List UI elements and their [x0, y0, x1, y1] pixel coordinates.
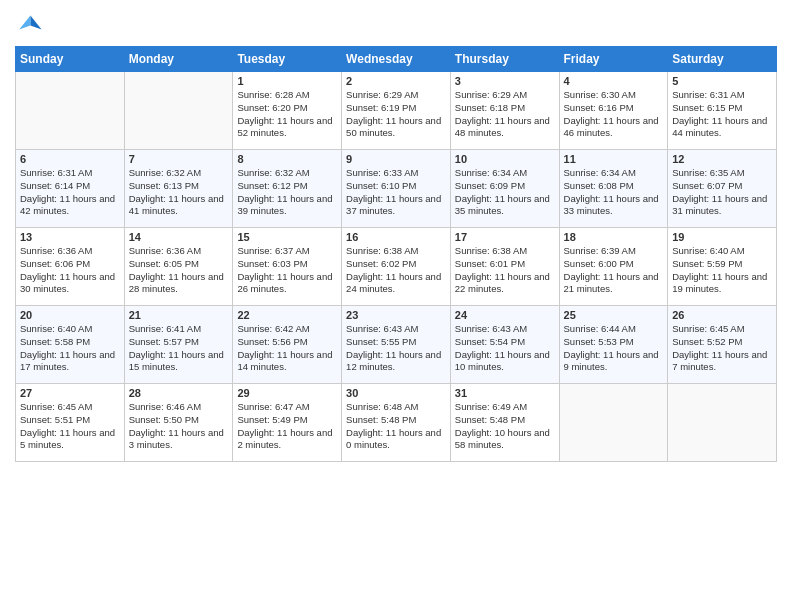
- day-number: 14: [129, 231, 229, 243]
- day-number: 10: [455, 153, 555, 165]
- day-cell: 23Sunrise: 6:43 AM Sunset: 5:55 PM Dayli…: [342, 306, 451, 384]
- day-number: 18: [564, 231, 664, 243]
- day-number: 28: [129, 387, 229, 399]
- day-cell: 4Sunrise: 6:30 AM Sunset: 6:16 PM Daylig…: [559, 72, 668, 150]
- day-info: Sunrise: 6:32 AM Sunset: 6:13 PM Dayligh…: [129, 167, 229, 218]
- day-cell: [124, 72, 233, 150]
- header-cell-friday: Friday: [559, 47, 668, 72]
- day-number: 4: [564, 75, 664, 87]
- day-cell: 26Sunrise: 6:45 AM Sunset: 5:52 PM Dayli…: [668, 306, 777, 384]
- day-number: 20: [20, 309, 120, 321]
- day-info: Sunrise: 6:33 AM Sunset: 6:10 PM Dayligh…: [346, 167, 446, 218]
- day-number: 21: [129, 309, 229, 321]
- day-number: 17: [455, 231, 555, 243]
- header-row: SundayMondayTuesdayWednesdayThursdayFrid…: [16, 47, 777, 72]
- day-number: 22: [237, 309, 337, 321]
- day-cell: 20Sunrise: 6:40 AM Sunset: 5:58 PM Dayli…: [16, 306, 125, 384]
- day-cell: 27Sunrise: 6:45 AM Sunset: 5:51 PM Dayli…: [16, 384, 125, 462]
- day-number: 24: [455, 309, 555, 321]
- day-info: Sunrise: 6:36 AM Sunset: 6:06 PM Dayligh…: [20, 245, 120, 296]
- day-number: 5: [672, 75, 772, 87]
- day-info: Sunrise: 6:42 AM Sunset: 5:56 PM Dayligh…: [237, 323, 337, 374]
- header-cell-wednesday: Wednesday: [342, 47, 451, 72]
- day-cell: 30Sunrise: 6:48 AM Sunset: 5:48 PM Dayli…: [342, 384, 451, 462]
- week-row-3: 13Sunrise: 6:36 AM Sunset: 6:06 PM Dayli…: [16, 228, 777, 306]
- day-number: 6: [20, 153, 120, 165]
- day-cell: 5Sunrise: 6:31 AM Sunset: 6:15 PM Daylig…: [668, 72, 777, 150]
- day-number: 2: [346, 75, 446, 87]
- day-info: Sunrise: 6:40 AM Sunset: 5:59 PM Dayligh…: [672, 245, 772, 296]
- svg-marker-1: [19, 16, 30, 30]
- header-cell-sunday: Sunday: [16, 47, 125, 72]
- day-number: 11: [564, 153, 664, 165]
- week-row-4: 20Sunrise: 6:40 AM Sunset: 5:58 PM Dayli…: [16, 306, 777, 384]
- day-info: Sunrise: 6:49 AM Sunset: 5:48 PM Dayligh…: [455, 401, 555, 452]
- day-cell: 12Sunrise: 6:35 AM Sunset: 6:07 PM Dayli…: [668, 150, 777, 228]
- day-number: 8: [237, 153, 337, 165]
- day-cell: 3Sunrise: 6:29 AM Sunset: 6:18 PM Daylig…: [450, 72, 559, 150]
- day-number: 19: [672, 231, 772, 243]
- main-container: SundayMondayTuesdayWednesdayThursdayFrid…: [0, 0, 792, 472]
- day-info: Sunrise: 6:35 AM Sunset: 6:07 PM Dayligh…: [672, 167, 772, 218]
- day-cell: 11Sunrise: 6:34 AM Sunset: 6:08 PM Dayli…: [559, 150, 668, 228]
- day-cell: 15Sunrise: 6:37 AM Sunset: 6:03 PM Dayli…: [233, 228, 342, 306]
- day-number: 9: [346, 153, 446, 165]
- day-number: 25: [564, 309, 664, 321]
- day-number: 13: [20, 231, 120, 243]
- day-info: Sunrise: 6:38 AM Sunset: 6:02 PM Dayligh…: [346, 245, 446, 296]
- day-cell: [16, 72, 125, 150]
- day-number: 27: [20, 387, 120, 399]
- day-info: Sunrise: 6:40 AM Sunset: 5:58 PM Dayligh…: [20, 323, 120, 374]
- day-cell: 1Sunrise: 6:28 AM Sunset: 6:20 PM Daylig…: [233, 72, 342, 150]
- day-cell: 16Sunrise: 6:38 AM Sunset: 6:02 PM Dayli…: [342, 228, 451, 306]
- day-cell: 8Sunrise: 6:32 AM Sunset: 6:12 PM Daylig…: [233, 150, 342, 228]
- day-number: 16: [346, 231, 446, 243]
- day-info: Sunrise: 6:31 AM Sunset: 6:15 PM Dayligh…: [672, 89, 772, 140]
- day-info: Sunrise: 6:30 AM Sunset: 6:16 PM Dayligh…: [564, 89, 664, 140]
- day-info: Sunrise: 6:39 AM Sunset: 6:00 PM Dayligh…: [564, 245, 664, 296]
- day-info: Sunrise: 6:45 AM Sunset: 5:51 PM Dayligh…: [20, 401, 120, 452]
- calendar-table: SundayMondayTuesdayWednesdayThursdayFrid…: [15, 46, 777, 462]
- day-cell: 17Sunrise: 6:38 AM Sunset: 6:01 PM Dayli…: [450, 228, 559, 306]
- day-info: Sunrise: 6:34 AM Sunset: 6:08 PM Dayligh…: [564, 167, 664, 218]
- week-row-1: 1Sunrise: 6:28 AM Sunset: 6:20 PM Daylig…: [16, 72, 777, 150]
- day-info: Sunrise: 6:31 AM Sunset: 6:14 PM Dayligh…: [20, 167, 120, 218]
- day-info: Sunrise: 6:38 AM Sunset: 6:01 PM Dayligh…: [455, 245, 555, 296]
- day-info: Sunrise: 6:34 AM Sunset: 6:09 PM Dayligh…: [455, 167, 555, 218]
- day-cell: 10Sunrise: 6:34 AM Sunset: 6:09 PM Dayli…: [450, 150, 559, 228]
- day-cell: 29Sunrise: 6:47 AM Sunset: 5:49 PM Dayli…: [233, 384, 342, 462]
- week-row-5: 27Sunrise: 6:45 AM Sunset: 5:51 PM Dayli…: [16, 384, 777, 462]
- day-info: Sunrise: 6:43 AM Sunset: 5:55 PM Dayligh…: [346, 323, 446, 374]
- header-cell-tuesday: Tuesday: [233, 47, 342, 72]
- header-cell-monday: Monday: [124, 47, 233, 72]
- day-cell: 18Sunrise: 6:39 AM Sunset: 6:00 PM Dayli…: [559, 228, 668, 306]
- day-info: Sunrise: 6:29 AM Sunset: 6:18 PM Dayligh…: [455, 89, 555, 140]
- logo: [15, 10, 47, 38]
- day-cell: 7Sunrise: 6:32 AM Sunset: 6:13 PM Daylig…: [124, 150, 233, 228]
- svg-marker-0: [30, 16, 41, 30]
- day-info: Sunrise: 6:45 AM Sunset: 5:52 PM Dayligh…: [672, 323, 772, 374]
- day-cell: 28Sunrise: 6:46 AM Sunset: 5:50 PM Dayli…: [124, 384, 233, 462]
- day-info: Sunrise: 6:47 AM Sunset: 5:49 PM Dayligh…: [237, 401, 337, 452]
- header: [15, 10, 777, 38]
- day-cell: [559, 384, 668, 462]
- day-number: 31: [455, 387, 555, 399]
- day-number: 3: [455, 75, 555, 87]
- day-number: 23: [346, 309, 446, 321]
- week-row-2: 6Sunrise: 6:31 AM Sunset: 6:14 PM Daylig…: [16, 150, 777, 228]
- day-cell: 22Sunrise: 6:42 AM Sunset: 5:56 PM Dayli…: [233, 306, 342, 384]
- day-info: Sunrise: 6:43 AM Sunset: 5:54 PM Dayligh…: [455, 323, 555, 374]
- day-info: Sunrise: 6:29 AM Sunset: 6:19 PM Dayligh…: [346, 89, 446, 140]
- day-cell: 19Sunrise: 6:40 AM Sunset: 5:59 PM Dayli…: [668, 228, 777, 306]
- day-number: 15: [237, 231, 337, 243]
- logo-icon: [15, 10, 43, 38]
- day-number: 29: [237, 387, 337, 399]
- header-cell-thursday: Thursday: [450, 47, 559, 72]
- day-cell: [668, 384, 777, 462]
- day-cell: 9Sunrise: 6:33 AM Sunset: 6:10 PM Daylig…: [342, 150, 451, 228]
- day-number: 26: [672, 309, 772, 321]
- day-cell: 14Sunrise: 6:36 AM Sunset: 6:05 PM Dayli…: [124, 228, 233, 306]
- day-cell: 13Sunrise: 6:36 AM Sunset: 6:06 PM Dayli…: [16, 228, 125, 306]
- day-number: 1: [237, 75, 337, 87]
- day-info: Sunrise: 6:46 AM Sunset: 5:50 PM Dayligh…: [129, 401, 229, 452]
